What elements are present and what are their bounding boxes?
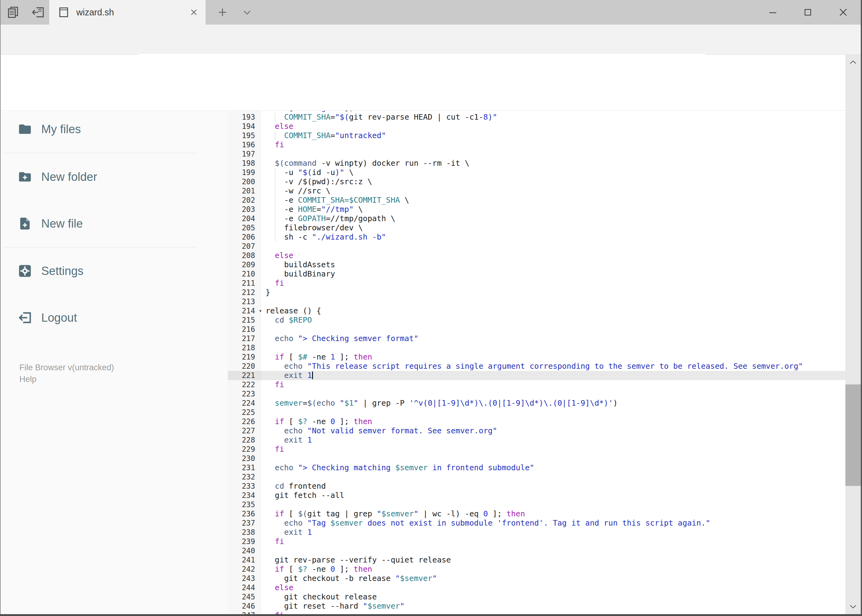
code-text[interactable]: -u "$(id -u)" \ <box>261 168 845 177</box>
code-line[interactable]: 244 else <box>228 583 845 592</box>
code-line[interactable]: 204 -e GOPATH=//tmp/gopath \ <box>228 214 845 223</box>
code-text[interactable]: git fetch --all <box>261 491 845 500</box>
code-line[interactable]: 233 cd frontend <box>228 482 845 491</box>
tabs-set-aside-panel-icon[interactable] <box>28 0 48 25</box>
code-text[interactable]: else <box>261 122 845 131</box>
code-line[interactable]: 196 fi <box>228 140 845 149</box>
code-line[interactable]: 194 else <box>228 122 845 131</box>
vertical-scrollbar[interactable] <box>845 55 861 614</box>
code-line[interactable]: 200 -v /$(pwd):/src:z \ <box>228 177 845 186</box>
code-text[interactable]: filebrowser/dev \ <box>261 223 845 233</box>
code-line[interactable]: 216 <box>228 325 845 334</box>
code-text[interactable]: fi <box>261 537 845 546</box>
code-line[interactable]: 193 COMMIT_SHA="$(git rev-parse HEAD | c… <box>228 113 845 122</box>
tab-preview-chevron-icon[interactable] <box>236 0 258 25</box>
new-tab-button[interactable] <box>212 0 233 25</box>
code-line[interactable]: 241 git rev-parse --verify --quiet relea… <box>228 555 845 565</box>
code-line[interactable]: 237 echo "Tag $semver does not exist in … <box>228 519 845 528</box>
code-text[interactable]: COMMIT_SHA="untracked" <box>261 131 845 140</box>
code-line[interactable]: 236 if [ $(git tag | grep "$semver" | wc… <box>228 509 845 519</box>
code-text[interactable]: fi <box>261 445 845 454</box>
code-text[interactable] <box>261 546 845 555</box>
code-line[interactable]: 222 fi <box>228 380 845 389</box>
code-line[interactable]: 238 exit 1 <box>228 528 845 537</box>
code-line[interactable]: 198 $(command -v winpty) docker run --rm… <box>228 159 845 168</box>
browser-tab-wizard[interactable]: wizard.sh <box>49 0 206 25</box>
code-text[interactable]: } <box>261 288 845 297</box>
code-text[interactable]: echo "> Checking matching $semver in fro… <box>261 463 845 472</box>
code-text[interactable]: buildBinary <box>261 269 845 279</box>
code-text[interactable] <box>261 408 845 417</box>
code-text[interactable] <box>261 454 845 463</box>
scroll-down-arrow-icon[interactable] <box>845 599 861 614</box>
code-text[interactable]: fi <box>261 140 845 149</box>
sidebar-item-new-folder[interactable]: New folder <box>0 167 216 186</box>
code-text[interactable]: else <box>261 251 845 260</box>
code-line[interactable]: 228 exit 1 <box>228 435 845 445</box>
code-line[interactable]: 234 git fetch --all <box>228 491 845 500</box>
code-text[interactable]: if [ $? -ne 0 ]; then <box>261 565 845 574</box>
code-line[interactable]: 214▾release () { <box>228 306 845 316</box>
scroll-up-arrow-icon[interactable] <box>845 55 861 70</box>
code-editor[interactable]: 192 if [ -d ".git" ]; then193 COMMIT_SHA… <box>228 111 845 616</box>
code-line[interactable]: 220 echo "This release script requires a… <box>228 361 845 371</box>
code-text[interactable]: git checkout -b release "$semver" <box>261 574 845 583</box>
code-text[interactable]: cd $REPO <box>261 316 845 325</box>
code-line[interactable]: 205 filebrowser/dev \ <box>228 223 845 233</box>
sidebar-item-settings[interactable]: Settings <box>0 261 216 280</box>
window-minimize-button[interactable] <box>757 0 788 25</box>
code-text[interactable]: else <box>261 583 845 592</box>
code-text[interactable]: git rev-parse --verify --quiet release <box>261 555 845 565</box>
code-line[interactable]: 231 echo "> Checking matching $semver in… <box>228 463 845 472</box>
code-line[interactable]: 230 <box>228 454 845 463</box>
code-line[interactable]: 209 buildAssets <box>228 260 845 269</box>
code-line[interactable]: 239 fi <box>228 537 845 546</box>
sidebar-item-logout[interactable]: Logout <box>0 308 216 327</box>
code-line[interactable]: 207 <box>228 242 845 251</box>
code-text[interactable] <box>261 472 845 482</box>
code-line[interactable]: 206 sh -c "./wizard.sh -b" <box>228 233 845 242</box>
code-text[interactable]: -e COMMIT_SHA=$COMMIT_SHA \ <box>261 196 845 205</box>
code-text[interactable] <box>261 343 845 352</box>
code-line[interactable]: 225 <box>228 408 845 417</box>
code-text[interactable]: echo "Not valid semver format. See semve… <box>261 426 845 435</box>
code-text[interactable] <box>261 389 845 399</box>
code-text[interactable]: COMMIT_SHA="$(git rev-parse HEAD | cut -… <box>261 113 845 122</box>
code-line[interactable]: 217 echo "> Checking semver format" <box>228 334 845 343</box>
code-line[interactable]: 195 COMMIT_SHA="untracked" <box>228 131 845 140</box>
code-line[interactable]: 199 -u "$(id -u)" \ <box>228 168 845 177</box>
code-text[interactable]: git reset --hard "$semver" <box>261 602 845 611</box>
code-line[interactable]: 221 exit 1 <box>228 371 845 380</box>
code-line[interactable]: 245 git checkout release <box>228 592 845 602</box>
code-text[interactable]: echo "> Checking semver format" <box>261 334 845 343</box>
code-line[interactable]: 208 else <box>228 251 845 260</box>
code-line[interactable]: 213 <box>228 297 845 306</box>
code-text[interactable]: echo "This release script requires a sin… <box>261 361 845 371</box>
code-text[interactable]: -w //src \ <box>261 186 845 196</box>
set-tabs-aside-icon[interactable] <box>4 0 24 25</box>
code-text[interactable]: echo "Tag $semver does not exist in subm… <box>261 519 845 528</box>
code-line[interactable]: 224 semver=$(echo "$1" | grep -P '^v(0|[… <box>228 399 845 408</box>
code-line[interactable]: 229 fi <box>228 445 845 454</box>
code-line[interactable]: 215 cd $REPO <box>228 316 845 325</box>
window-maximize-button[interactable] <box>793 0 823 25</box>
code-line[interactable]: 218 <box>228 343 845 352</box>
help-link[interactable]: Help <box>19 375 36 384</box>
code-line[interactable]: 201 -w //src \ <box>228 186 845 196</box>
code-line[interactable]: 242 if [ $? -ne 0 ]; then <box>228 565 845 574</box>
code-line[interactable]: 226 if [ $? -ne 0 ]; then <box>228 417 845 426</box>
code-text[interactable]: fi <box>261 279 845 288</box>
sidebar-item-my-files[interactable]: My files <box>0 119 216 139</box>
code-line[interactable]: 235 <box>228 500 845 509</box>
code-line[interactable]: 243 git checkout -b release "$semver" <box>228 574 845 583</box>
tab-close-icon[interactable] <box>189 8 198 17</box>
code-text[interactable]: semver=$(echo "$1" | grep -P '^v(0|[1-9]… <box>261 399 845 408</box>
code-line[interactable]: 211 fi <box>228 279 845 288</box>
code-text[interactable]: -v /$(pwd):/src:z \ <box>261 177 845 186</box>
code-text[interactable]: if [ $? -ne 0 ]; then <box>261 417 845 426</box>
code-line[interactable]: 246 git reset --hard "$semver" <box>228 602 845 611</box>
code-line[interactable]: 212} <box>228 288 845 297</box>
code-line[interactable]: 223 <box>228 389 845 399</box>
code-text[interactable]: $(command -v winpty) docker run --rm -it… <box>261 159 845 168</box>
code-text[interactable]: fi <box>261 380 845 389</box>
